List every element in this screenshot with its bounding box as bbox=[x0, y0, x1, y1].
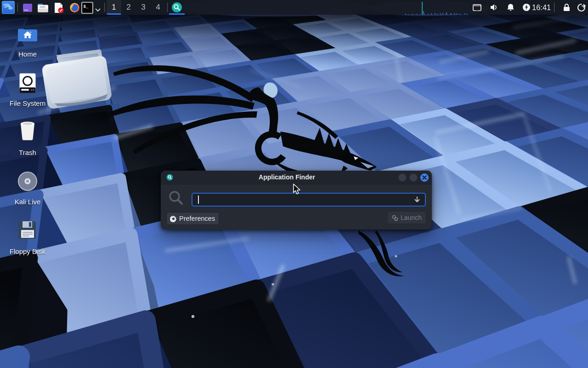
svg-text:$_: $_ bbox=[84, 4, 89, 9]
